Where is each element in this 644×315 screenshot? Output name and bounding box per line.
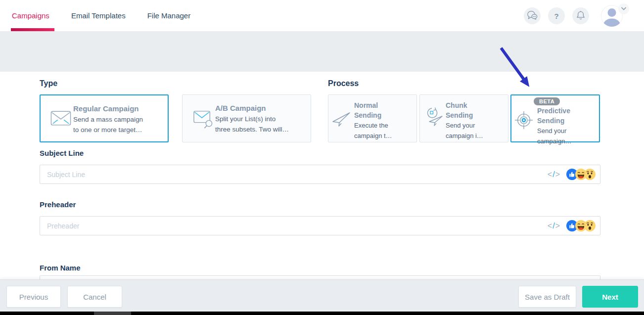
subject-line-label: Subject Line xyxy=(40,149,84,157)
type-heading: Type xyxy=(40,79,57,88)
preheader-label: Preheader xyxy=(40,200,76,209)
taskbar-segment xyxy=(94,312,131,315)
process-card-normal-sending[interactable]: Normal Sending Execute the campaign t… xyxy=(328,94,417,142)
type-card-ab-campaign[interactable]: A/B Campaign Split your List(s) into thr… xyxy=(182,94,311,142)
card-title: Sending xyxy=(354,110,392,120)
wow-reaction-icon xyxy=(584,220,596,231)
beta-badge: BETA xyxy=(534,97,560,105)
cancel-button[interactable]: Cancel xyxy=(67,286,122,308)
type-card-regular-campaign[interactable]: Regular Campaign Send a mass campaign to… xyxy=(40,94,169,142)
card-title: Chunk xyxy=(446,100,483,110)
personalization-code-icon[interactable]: </> xyxy=(548,170,560,179)
process-card-predictive-sending[interactable]: BETA Predictive Sending Send your campai… xyxy=(510,94,600,142)
preheader-field-wrap: </> xyxy=(40,216,600,235)
card-description-line: campaign i… xyxy=(446,131,483,141)
preheader-input[interactable] xyxy=(40,216,600,235)
card-description-line: Send a mass campaign xyxy=(73,114,143,125)
from-name-label: From Name xyxy=(40,264,81,272)
save-as-draft-button[interactable]: Save as Draft xyxy=(518,286,576,308)
card-description-line: campaign… xyxy=(537,136,571,146)
setup-form: Type Process Regular Campaign Send a mas… xyxy=(0,72,644,279)
nav-item-email-templates[interactable]: Email Templates xyxy=(71,11,126,20)
card-description-line: Send your xyxy=(446,120,483,131)
progress-stepper: Setup Recipients Design Summary xyxy=(0,31,644,72)
subject-input-icons: </> xyxy=(548,165,596,184)
card-description-line: three subsets. Two will… xyxy=(215,124,289,135)
card-description-line: Send your xyxy=(537,126,571,136)
main-nav: Campaigns Email Templates File Manager xyxy=(12,0,190,31)
personalization-code-icon[interactable]: </> xyxy=(548,222,560,230)
campaign-setup-page: Campaigns Email Templates File Manager ? xyxy=(0,0,644,315)
card-description-line: Execute the xyxy=(354,120,392,131)
chunk-sending-icon xyxy=(423,107,444,130)
card-description-line: to one or more target… xyxy=(73,125,143,135)
card-title: Normal xyxy=(354,100,392,110)
card-description-line: campaign t… xyxy=(354,131,392,141)
next-button[interactable]: Next xyxy=(582,286,638,308)
emoji-picker-button[interactable] xyxy=(566,220,596,231)
person-silhouette-icon xyxy=(601,20,623,27)
footer-action-bar: Previous Cancel Save as Draft Next xyxy=(0,279,644,312)
bell-icon xyxy=(576,10,585,22)
account-menu-toggle[interactable] xyxy=(618,3,629,14)
card-title: A/B Campaign xyxy=(215,103,289,114)
process-card-chunk-sending[interactable]: Chunk Sending Send your campaign i… xyxy=(419,94,508,142)
active-tab-underline xyxy=(11,28,54,31)
card-title: Regular Campaign xyxy=(73,103,143,114)
card-description-line: Split your List(s) into xyxy=(215,114,289,124)
previous-button[interactable]: Previous xyxy=(6,286,61,308)
chat-bubble-icon xyxy=(527,10,538,21)
question-mark-icon: ? xyxy=(554,12,558,20)
notifications-button[interactable] xyxy=(572,7,589,24)
card-title: Predictive xyxy=(537,106,571,116)
nav-item-file-manager[interactable]: File Manager xyxy=(147,11,191,20)
envelope-icon xyxy=(50,110,71,128)
chevron-down-icon xyxy=(620,4,627,13)
help-button[interactable]: ? xyxy=(548,7,565,24)
subject-line-input[interactable] xyxy=(40,165,600,184)
target-icon xyxy=(514,110,534,132)
process-heading: Process xyxy=(328,79,359,88)
preheader-input-icons: </> xyxy=(548,216,596,235)
wow-reaction-icon xyxy=(584,169,596,180)
taskbar-edge xyxy=(0,312,644,315)
card-title: Sending xyxy=(537,116,571,126)
chat-support-button[interactable] xyxy=(524,7,541,24)
subject-line-field-wrap: </> xyxy=(40,165,600,184)
nav-item-campaigns[interactable]: Campaigns xyxy=(12,11,49,20)
paper-plane-icon xyxy=(331,111,351,130)
card-title: Sending xyxy=(446,110,483,120)
envelope-search-icon xyxy=(192,110,214,131)
emoji-picker-button[interactable] xyxy=(566,169,596,180)
top-header: Campaigns Email Templates File Manager ? xyxy=(0,0,644,31)
